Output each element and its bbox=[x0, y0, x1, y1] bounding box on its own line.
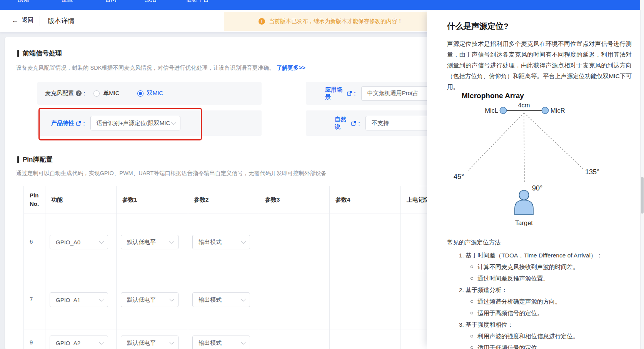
app-scene-value: 中文烟机通用Pro(占 bbox=[367, 90, 419, 97]
warning-icon: ! bbox=[259, 18, 265, 25]
colon: : bbox=[358, 120, 360, 127]
product-feature-label: 产品特性 bbox=[51, 120, 74, 127]
func-select[interactable]: GPIO_A0 bbox=[50, 235, 108, 249]
warning-banner: ! 当前版本已发布，继承为新版本才能保存修改的内容！ bbox=[224, 12, 434, 31]
warning-text: 当前版本已发布，继承为新版本才能保存修改的内容！ bbox=[269, 18, 403, 25]
top-navbar: 预览 配置 官网 激活 信息平台 bbox=[0, 0, 644, 10]
nav-tab-2[interactable]: 配置 bbox=[62, 0, 73, 3]
nav-tab-5[interactable]: 信息平台 bbox=[186, 0, 209, 3]
col-header-param1: 参数1 bbox=[122, 195, 137, 204]
radio-icon-unselected bbox=[93, 90, 100, 97]
chevron-down-icon bbox=[241, 297, 246, 302]
chevron-down-icon bbox=[169, 239, 174, 244]
param2-select[interactable]: 输出模式 bbox=[192, 292, 250, 307]
section-bar bbox=[17, 156, 19, 163]
app-scene-field: 应用场景 : 中文烟机通用Pro(占 bbox=[306, 82, 440, 105]
colon: : bbox=[83, 90, 85, 97]
pin-section-desc: 通过定制可以自动生成代码，实现GPIO、PWM、UART等端口根据语音指令输出自… bbox=[16, 170, 327, 177]
param2-select[interactable]: 输出模式 bbox=[192, 235, 250, 249]
method-item: 1. 基于时间差（TDOA，Time Difference of Arrival… bbox=[459, 251, 638, 259]
chevron-down-icon bbox=[99, 297, 104, 302]
app-scene-label: 应用场景 bbox=[325, 86, 345, 101]
chevron-down-icon bbox=[241, 340, 246, 345]
bullet-icon bbox=[470, 346, 473, 349]
methods-title: 常见的声源定位方法 bbox=[447, 239, 501, 247]
external-link-icon[interactable] bbox=[351, 121, 356, 126]
target-label: Target bbox=[515, 219, 533, 226]
scrollbar-track[interactable] bbox=[640, 0, 644, 349]
col-header-param2: 参数2 bbox=[194, 195, 209, 204]
method-point: 适用于高频信号的定位。 bbox=[470, 309, 638, 317]
learn-more-link[interactable]: 了解更多>> bbox=[277, 65, 305, 71]
back-label: 返回 bbox=[22, 17, 33, 24]
bullet-icon bbox=[470, 312, 473, 314]
pin-number: 7 bbox=[30, 296, 33, 302]
col-header-param3: 参数3 bbox=[265, 195, 280, 204]
distance-label: 4cm bbox=[518, 102, 530, 109]
back-arrow-icon: ← bbox=[12, 17, 18, 24]
mic-config-label: 麦克风配置 bbox=[45, 90, 74, 97]
param2-select[interactable]: 输出模式 bbox=[192, 336, 250, 349]
method-item: 2. 基于频谱分析： bbox=[459, 286, 638, 294]
param1-select[interactable]: 默认低电平 bbox=[121, 292, 179, 307]
signal-section-desc: 设备麦克风配置情况，封装的 SDK根据不同麦克风情况，对信号进行优化处理，让设备… bbox=[16, 64, 305, 72]
bullet-icon bbox=[470, 277, 473, 280]
mic-config-field: 麦克风配置 ? : 单MIC 双MIC bbox=[37, 82, 262, 105]
back-button[interactable]: ← 返回 bbox=[12, 17, 33, 24]
methods-list: 1. 基于时间差（TDOA，Time Difference of Arrival… bbox=[459, 251, 638, 349]
method-point: 适用于低频信号的定位。 bbox=[470, 344, 638, 349]
chevron-down-icon bbox=[171, 120, 176, 125]
microphone-array-diagram: Microphone Array MicL 4cm MicR 45° 90° 1… bbox=[448, 87, 629, 228]
col-header-pin: Pin No. bbox=[30, 191, 45, 208]
person-icon bbox=[515, 200, 533, 215]
radio-dual-mic[interactable]: 双MIC bbox=[137, 90, 164, 97]
natural-speech-field: 自然说 : 不支持 bbox=[306, 110, 440, 136]
drawer-title: 什么是声源定位? bbox=[447, 21, 509, 32]
chevron-down-icon bbox=[241, 239, 246, 244]
product-feature-value: 语音识别+声源定位(限双MIC bbox=[97, 120, 170, 127]
param1-select[interactable]: 默认低电平 bbox=[121, 235, 179, 249]
person-icon bbox=[519, 190, 529, 200]
method-point: 通过时间差反推声源位置。 bbox=[470, 274, 638, 282]
diagram-title: Microphone Array bbox=[462, 92, 524, 100]
help-icon[interactable]: ? bbox=[76, 90, 82, 96]
col-header-memory: 上电记忆 bbox=[407, 195, 430, 204]
angle-135-label: 135° bbox=[585, 168, 599, 176]
method-item: 3. 基于强度和相位： bbox=[459, 321, 638, 329]
nav-tab-4[interactable]: 激活 bbox=[145, 0, 157, 3]
bullet-icon bbox=[470, 300, 473, 303]
mic-right-icon bbox=[542, 107, 549, 114]
method-point: 利用声波的强度和相位信息进行定位。 bbox=[470, 332, 638, 340]
help-drawer: 什么是声源定位? 声源定位技术是指利用多个麦克风在环境不同位置点对声信号进行测量… bbox=[427, 10, 644, 349]
external-link-icon[interactable] bbox=[347, 91, 352, 96]
pin-number: 6 bbox=[30, 238, 33, 245]
chevron-down-icon bbox=[169, 297, 174, 302]
main-card: 前端信号处理 设备麦克风配置情况，封装的 SDK根据不同麦克风情况，对信号进行优… bbox=[5, 37, 440, 349]
bullet-icon bbox=[470, 266, 473, 268]
scrollbar-thumb[interactable] bbox=[641, 177, 644, 214]
page-title: 版本详情 bbox=[48, 16, 75, 25]
chevron-down-icon bbox=[99, 239, 104, 244]
angle-90-label: 90° bbox=[532, 184, 542, 192]
product-feature-select[interactable]: 语音识别+声源定位(限双MIC bbox=[90, 116, 180, 130]
func-select[interactable]: GPIO_A1 bbox=[50, 292, 108, 307]
colon: : bbox=[354, 90, 356, 97]
external-link-icon[interactable] bbox=[76, 121, 81, 126]
nav-tab-1[interactable]: 预览 bbox=[17, 0, 29, 3]
natural-speech-label: 自然说 bbox=[335, 116, 349, 130]
chevron-down-icon bbox=[99, 340, 104, 345]
chevron-down-icon bbox=[169, 340, 174, 345]
func-select[interactable]: GPIO_A2 bbox=[50, 336, 108, 349]
param1-select[interactable]: 默认低电平 bbox=[121, 336, 179, 349]
section-bar bbox=[17, 50, 19, 57]
colon: : bbox=[83, 120, 85, 127]
angle-45-label: 45° bbox=[454, 173, 464, 180]
signal-section-title: 前端信号处理 bbox=[17, 49, 62, 58]
mic-right-label: MicR bbox=[551, 107, 565, 114]
mic-left-label: MicL bbox=[485, 107, 498, 114]
natural-speech-value: 不支持 bbox=[372, 120, 389, 127]
method-point: 计算不同麦克风接收到声波的时间差。 bbox=[470, 263, 638, 271]
bullet-icon bbox=[470, 335, 473, 337]
radio-single-mic[interactable]: 单MIC bbox=[93, 90, 120, 97]
nav-tab-3[interactable]: 官网 bbox=[105, 0, 117, 3]
